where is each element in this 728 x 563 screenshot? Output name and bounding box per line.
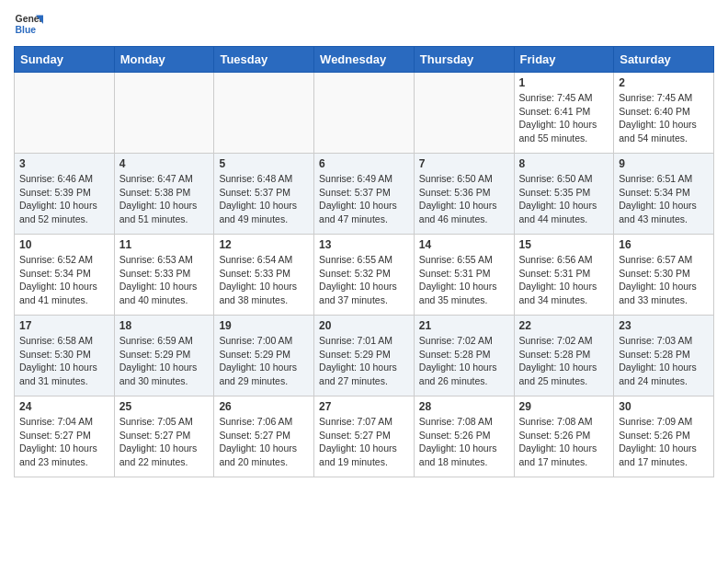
day-number: 23 (619, 319, 709, 332)
day-number: 19 (219, 319, 309, 332)
day-detail: Sunrise: 6:48 AMSunset: 5:37 PMDaylight:… (219, 172, 309, 226)
day-detail: Sunrise: 6:55 AMSunset: 5:31 PMDaylight:… (419, 253, 509, 307)
calendar-cell: 30Sunrise: 7:09 AMSunset: 5:26 PMDayligh… (614, 396, 714, 477)
calendar-header-row: SundayMondayTuesdayWednesdayThursdayFrid… (15, 47, 714, 73)
day-number: 27 (319, 400, 409, 413)
day-detail: Sunrise: 7:00 AMSunset: 5:29 PMDaylight:… (219, 334, 309, 388)
day-detail: Sunrise: 7:06 AMSunset: 5:27 PMDaylight:… (219, 415, 309, 469)
day-detail: Sunrise: 7:04 AMSunset: 5:27 PMDaylight:… (19, 415, 109, 469)
day-detail: Sunrise: 7:02 AMSunset: 5:28 PMDaylight:… (419, 334, 509, 388)
calendar-cell: 1Sunrise: 7:45 AMSunset: 6:41 PMDaylight… (514, 73, 614, 154)
day-number: 18 (119, 319, 210, 332)
day-number: 10 (19, 238, 109, 251)
calendar-cell (214, 73, 314, 154)
calendar-cell: 12Sunrise: 6:54 AMSunset: 5:33 PMDayligh… (214, 235, 314, 316)
calendar-cell: 9Sunrise: 6:51 AMSunset: 5:34 PMDaylight… (614, 154, 714, 235)
calendar-cell: 4Sunrise: 6:47 AMSunset: 5:38 PMDaylight… (114, 154, 214, 235)
day-detail: Sunrise: 6:53 AMSunset: 5:33 PMDaylight:… (119, 253, 210, 307)
calendar-cell: 18Sunrise: 6:59 AMSunset: 5:29 PMDayligh… (114, 316, 214, 396)
day-detail: Sunrise: 6:50 AMSunset: 5:36 PMDaylight:… (419, 172, 509, 226)
calendar-cell (414, 73, 514, 154)
calendar-week-2: 10Sunrise: 6:52 AMSunset: 5:34 PMDayligh… (15, 235, 714, 316)
calendar-cell: 20Sunrise: 7:01 AMSunset: 5:29 PMDayligh… (314, 316, 415, 396)
day-number: 12 (219, 238, 309, 251)
day-header-tuesday: Tuesday (214, 47, 314, 73)
day-detail: Sunrise: 6:58 AMSunset: 5:30 PMDaylight:… (19, 334, 109, 388)
calendar-cell: 3Sunrise: 6:46 AMSunset: 5:39 PMDaylight… (15, 154, 115, 235)
day-detail: Sunrise: 7:08 AMSunset: 5:26 PMDaylight:… (519, 415, 609, 469)
day-detail: Sunrise: 6:55 AMSunset: 5:32 PMDaylight:… (319, 253, 409, 307)
day-detail: Sunrise: 6:56 AMSunset: 5:31 PMDaylight:… (519, 253, 609, 307)
calendar-cell: 15Sunrise: 6:56 AMSunset: 5:31 PMDayligh… (514, 235, 614, 316)
calendar-cell: 19Sunrise: 7:00 AMSunset: 5:29 PMDayligh… (214, 316, 314, 396)
calendar-cell: 26Sunrise: 7:06 AMSunset: 5:27 PMDayligh… (214, 396, 314, 477)
day-number: 26 (219, 400, 309, 413)
day-number: 3 (19, 157, 109, 170)
day-detail: Sunrise: 6:59 AMSunset: 5:29 PMDaylight:… (119, 334, 210, 388)
day-number: 14 (419, 238, 509, 251)
calendar-week-0: 1Sunrise: 7:45 AMSunset: 6:41 PMDaylight… (15, 73, 714, 154)
calendar-cell: 16Sunrise: 6:57 AMSunset: 5:30 PMDayligh… (614, 235, 714, 316)
day-detail: Sunrise: 6:51 AMSunset: 5:34 PMDaylight:… (619, 172, 709, 226)
day-number: 7 (419, 157, 509, 170)
day-detail: Sunrise: 7:09 AMSunset: 5:26 PMDaylight:… (619, 415, 709, 469)
day-header-friday: Friday (514, 47, 614, 73)
day-header-monday: Monday (114, 47, 214, 73)
calendar-cell (314, 73, 415, 154)
calendar-week-4: 24Sunrise: 7:04 AMSunset: 5:27 PMDayligh… (15, 396, 714, 477)
day-number: 2 (619, 76, 709, 89)
day-detail: Sunrise: 7:01 AMSunset: 5:29 PMDaylight:… (319, 334, 409, 388)
day-detail: Sunrise: 6:50 AMSunset: 5:35 PMDaylight:… (519, 172, 609, 226)
day-number: 25 (119, 400, 210, 413)
calendar-cell: 5Sunrise: 6:48 AMSunset: 5:37 PMDaylight… (214, 154, 314, 235)
calendar-cell: 8Sunrise: 6:50 AMSunset: 5:35 PMDaylight… (514, 154, 614, 235)
calendar-cell: 25Sunrise: 7:05 AMSunset: 5:27 PMDayligh… (114, 396, 214, 477)
calendar-table: SundayMondayTuesdayWednesdayThursdayFrid… (14, 46, 714, 477)
day-detail: Sunrise: 6:54 AMSunset: 5:33 PMDaylight:… (219, 253, 309, 307)
day-number: 28 (419, 400, 509, 413)
day-detail: Sunrise: 7:45 AMSunset: 6:40 PMDaylight:… (619, 91, 709, 145)
calendar-cell: 27Sunrise: 7:07 AMSunset: 5:27 PMDayligh… (314, 396, 415, 477)
day-header-wednesday: Wednesday (314, 47, 415, 73)
svg-text:Blue: Blue (16, 25, 37, 35)
day-number: 22 (519, 319, 609, 332)
day-number: 11 (119, 238, 210, 251)
calendar-week-1: 3Sunrise: 6:46 AMSunset: 5:39 PMDaylight… (15, 154, 714, 235)
day-detail: Sunrise: 7:02 AMSunset: 5:28 PMDaylight:… (519, 334, 609, 388)
day-number: 5 (219, 157, 309, 170)
day-number: 16 (619, 238, 709, 251)
day-detail: Sunrise: 6:57 AMSunset: 5:30 PMDaylight:… (619, 253, 709, 307)
day-number: 24 (19, 400, 109, 413)
header: General Blue (14, 9, 714, 39)
day-number: 20 (319, 319, 409, 332)
day-number: 17 (19, 319, 109, 332)
calendar-cell: 17Sunrise: 6:58 AMSunset: 5:30 PMDayligh… (15, 316, 115, 396)
day-detail: Sunrise: 6:46 AMSunset: 5:39 PMDaylight:… (19, 172, 109, 226)
day-number: 8 (519, 157, 609, 170)
day-detail: Sunrise: 6:52 AMSunset: 5:34 PMDaylight:… (19, 253, 109, 307)
day-detail: Sunrise: 6:49 AMSunset: 5:37 PMDaylight:… (319, 172, 409, 226)
calendar-cell: 21Sunrise: 7:02 AMSunset: 5:28 PMDayligh… (414, 316, 514, 396)
calendar-cell: 11Sunrise: 6:53 AMSunset: 5:33 PMDayligh… (114, 235, 214, 316)
day-number: 21 (419, 319, 509, 332)
day-number: 1 (519, 76, 609, 89)
calendar-cell (15, 73, 115, 154)
calendar-cell: 22Sunrise: 7:02 AMSunset: 5:28 PMDayligh… (514, 316, 614, 396)
calendar-cell: 7Sunrise: 6:50 AMSunset: 5:36 PMDaylight… (414, 154, 514, 235)
calendar-cell: 6Sunrise: 6:49 AMSunset: 5:37 PMDaylight… (314, 154, 415, 235)
day-number: 29 (519, 400, 609, 413)
day-number: 9 (619, 157, 709, 170)
calendar-cell: 24Sunrise: 7:04 AMSunset: 5:27 PMDayligh… (15, 396, 115, 477)
calendar-cell: 14Sunrise: 6:55 AMSunset: 5:31 PMDayligh… (414, 235, 514, 316)
calendar-cell: 13Sunrise: 6:55 AMSunset: 5:32 PMDayligh… (314, 235, 415, 316)
day-detail: Sunrise: 7:05 AMSunset: 5:27 PMDaylight:… (119, 415, 210, 469)
calendar-cell: 28Sunrise: 7:08 AMSunset: 5:26 PMDayligh… (414, 396, 514, 477)
day-header-saturday: Saturday (614, 47, 714, 73)
calendar-cell: 2Sunrise: 7:45 AMSunset: 6:40 PMDaylight… (614, 73, 714, 154)
day-header-thursday: Thursday (414, 47, 514, 73)
calendar-week-3: 17Sunrise: 6:58 AMSunset: 5:30 PMDayligh… (15, 316, 714, 396)
day-detail: Sunrise: 7:07 AMSunset: 5:27 PMDaylight:… (319, 415, 409, 469)
logo: General Blue (14, 9, 43, 39)
day-number: 4 (119, 157, 210, 170)
calendar-cell (114, 73, 214, 154)
